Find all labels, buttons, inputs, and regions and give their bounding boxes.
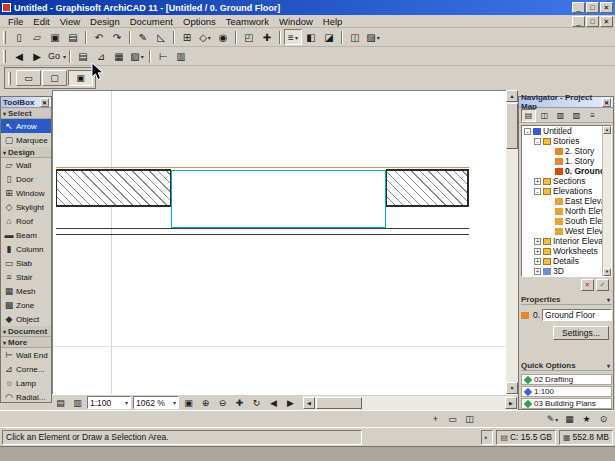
properties-header[interactable]: Properties ▾	[521, 294, 612, 305]
selected-opening-outline[interactable]	[171, 170, 386, 228]
tree-item-interior-elevations[interactable]: +Interior Elevati	[522, 236, 611, 246]
menu-teamwork[interactable]: Teamwork	[221, 16, 274, 27]
open-button[interactable]: ▱	[28, 29, 46, 45]
toolbox-header[interactable]: ToolBox ✕	[1, 97, 51, 108]
tree-scrollbar[interactable]: ▲ ▼	[602, 126, 611, 276]
minimize-button[interactable]: _	[572, 2, 585, 13]
redo-button[interactable]: ↷	[108, 29, 126, 45]
navigator-header[interactable]: Navigator - Project Map ✕	[519, 97, 613, 108]
zoom-fit-button[interactable]: ▣	[181, 396, 196, 410]
selection-poly-button[interactable]: ▣	[68, 70, 93, 86]
menu-edit[interactable]: Edit	[28, 16, 54, 27]
tree-item-stories[interactable]: -Stories	[522, 136, 611, 146]
tool-wall-end[interactable]: ⊢Wall End	[1, 348, 51, 362]
tree-item-details[interactable]: +Details	[522, 256, 611, 266]
tool-column[interactable]: ▮Column	[1, 242, 51, 256]
scale-combo[interactable]: 1:100▾	[87, 396, 131, 409]
menu-window[interactable]: Window	[274, 16, 318, 27]
story-name-field[interactable]: Ground Floor	[542, 309, 612, 321]
pen-color-button[interactable]: ✎▾	[545, 412, 560, 426]
magic-wand-button[interactable]: ✚	[258, 29, 276, 45]
tree-item-3d[interactable]: +3D	[522, 266, 611, 276]
trace-reference-button[interactable]: ◧	[302, 29, 320, 45]
3d-window-button[interactable]: ◪	[320, 29, 338, 45]
pan-button[interactable]: ✚	[232, 396, 247, 410]
tool-marquee[interactable]: ▢Marquee	[1, 133, 51, 147]
quick-option-model-view[interactable]: 03 Building Plans	[521, 398, 612, 409]
tree-item-north-elevation[interactable]: North Elevat	[522, 206, 611, 216]
orbit-button[interactable]: ↻	[249, 396, 264, 410]
tool-arrow[interactable]: ↖Arrow	[1, 119, 51, 133]
quick-option-scale[interactable]: 1:100	[521, 386, 612, 397]
tool-corner-window[interactable]: ⊿Corne...	[1, 362, 51, 376]
vertical-scroll-thumb[interactable]	[506, 103, 518, 149]
tool-stair[interactable]: ≡Stair	[1, 270, 51, 284]
scroll-right-icon[interactable]: ▶	[505, 397, 517, 409]
menu-help[interactable]: Help	[318, 16, 348, 27]
mdi-restore-button[interactable]: □	[586, 16, 599, 27]
toolbar-drag-handle[interactable]	[3, 50, 6, 63]
scroll-left-icon[interactable]: ◀	[303, 397, 315, 409]
fill-type-button[interactable]: ▦	[562, 412, 577, 426]
dimensions-button[interactable]: ⊢	[154, 48, 172, 64]
forward-button[interactable]: ▶	[28, 48, 46, 64]
menu-options[interactable]: Options	[178, 16, 221, 27]
navigator-options-button[interactable]: ≡	[585, 109, 600, 122]
expand-icon[interactable]: +	[534, 238, 541, 245]
selection-rect-button[interactable]: ▢	[42, 70, 67, 86]
scroll-up-icon[interactable]: ▲	[603, 126, 611, 134]
scroll-down-icon[interactable]: ▼	[506, 382, 518, 394]
navigator-close-icon[interactable]: ✕	[602, 98, 611, 107]
grid-snap-button[interactable]: ⊞	[178, 29, 196, 45]
project-preferences-button[interactable]: ▥	[172, 48, 190, 64]
expand-icon[interactable]: +	[534, 178, 541, 185]
collapse-icon[interactable]: -	[524, 128, 531, 135]
tool-door[interactable]: ▯Door	[1, 172, 51, 186]
expand-icon[interactable]: +	[534, 258, 541, 265]
mdi-close-button[interactable]: ✕	[600, 16, 613, 27]
tree-item-east-elevation[interactable]: East Elevati	[522, 196, 611, 206]
quick-options-header[interactable]: Quick Options ▾	[521, 360, 612, 371]
restore-button[interactable]: □	[586, 2, 599, 13]
tree-item-story-1[interactable]: 1. Story	[522, 156, 611, 166]
toolbox-close-icon[interactable]: ✕	[40, 98, 49, 107]
wall-segment-right[interactable]	[386, 169, 469, 207]
tool-slab[interactable]: ▭Slab	[1, 256, 51, 270]
drawing-canvas[interactable]	[52, 90, 506, 394]
back-button[interactable]: ◀	[10, 48, 28, 64]
info-box-button[interactable]: ▭	[16, 70, 41, 86]
horizontal-scroll-thumb[interactable]	[316, 397, 362, 409]
settings-button[interactable]: Settings...	[553, 326, 609, 340]
suspend-groups-button[interactable]: ◰	[240, 29, 258, 45]
tree-item-story-0-ground-floor[interactable]: 0. Ground F	[522, 166, 611, 176]
toolbox-section-more[interactable]: ▾More	[1, 337, 51, 348]
layouts-button[interactable]: ▥	[70, 396, 85, 410]
tree-item-elevations[interactable]: -Elevations	[522, 186, 611, 196]
pen-button[interactable]: ✎	[134, 29, 152, 45]
guide-lines-button[interactable]: ◇▾	[196, 29, 214, 45]
menu-design[interactable]: Design	[85, 16, 125, 27]
collapse-icon[interactable]: -	[534, 138, 541, 145]
layout-book-button[interactable]: ▥	[553, 109, 568, 122]
scroll-up-icon[interactable]: ▲	[506, 90, 518, 102]
pages-button[interactable]: ▤	[53, 396, 68, 410]
zoom-out-button[interactable]: ⊖	[215, 396, 230, 410]
tool-window[interactable]: ⊞Window	[1, 186, 51, 200]
wall-segment-left[interactable]	[56, 169, 171, 207]
quick-option-layer-combination[interactable]: 02 Drafting	[521, 374, 612, 385]
mdi-minimize-button[interactable]: _	[572, 16, 585, 27]
tool-skylight[interactable]: ◇Skylight	[1, 200, 51, 214]
marquee-display-button[interactable]: ◫	[346, 29, 364, 45]
work-environment-button[interactable]: ▨▾	[364, 29, 382, 45]
tool-roof[interactable]: ⌂Roof	[1, 214, 51, 228]
model-view-options-button[interactable]: ▧▾	[128, 48, 146, 64]
tool-zone[interactable]: ▩Zone	[1, 298, 51, 312]
collapse-icon[interactable]: -	[534, 188, 541, 195]
menu-view[interactable]: View	[55, 16, 85, 27]
menu-document[interactable]: Document	[125, 16, 178, 27]
horizontal-scrollbar[interactable]: ◀ ▶	[303, 396, 517, 410]
undo-button[interactable]: ↶	[90, 29, 108, 45]
tool-beam[interactable]: ▬Beam	[1, 228, 51, 242]
palette-drag-handle[interactable]	[8, 72, 11, 85]
tree-item-worksheets[interactable]: +Worksheets	[522, 246, 611, 256]
